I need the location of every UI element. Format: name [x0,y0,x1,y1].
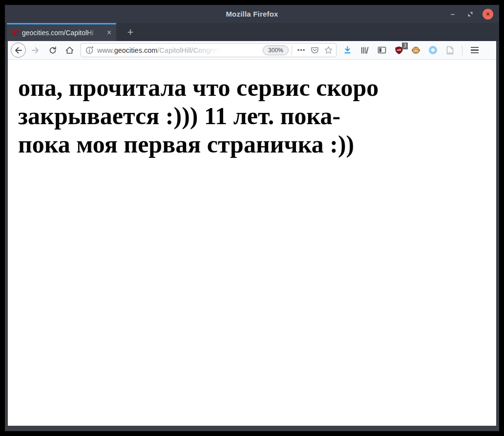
home-icon [65,46,74,54]
page-extension-button[interactable] [442,43,458,58]
back-circle [11,43,26,58]
tab-geocities[interactable]: Y! geocities.com/CapitolHi × [7,23,116,41]
page-text: опа, прочитала что сервис скоро закрывае… [8,60,496,158]
sidebar-icon [378,46,386,54]
forward-button[interactable] [27,43,43,58]
monkey-extension-button[interactable] [408,43,424,58]
yahoo-favicon-icon: Y! [12,29,19,36]
pocket-button[interactable] [308,43,321,58]
reload-button[interactable] [44,43,61,58]
page-content: опа, прочитала что сервис скоро закрывае… [8,60,496,426]
monkey-icon [411,46,420,55]
desktop-background: { "window": { "title": "Mozilla Firefox"… [0,0,504,436]
window-title: Mozilla Firefox [226,10,278,18]
page-actions-button[interactable]: ••• [295,43,308,58]
download-icon [343,46,352,54]
new-tab-button[interactable]: + [122,23,139,41]
bookmark-star-button[interactable] [321,43,335,58]
url-bar[interactable]: www.geocities.com/CapitolHill/Congress 3… [81,43,336,57]
site-info-icon[interactable] [85,46,94,54]
library-button[interactable] [357,43,373,58]
ublock-button[interactable]: uO 3 [391,43,407,58]
ublock-badge: 3 [402,43,408,49]
dots-icon: ••• [297,46,306,54]
close-button[interactable]: × [483,9,493,20]
url-text: www.geocities.com/CapitolHill/Congress [97,46,224,54]
tab-close-button[interactable]: × [105,28,113,38]
browser-chrome: www.geocities.com/CapitolHill/Congress 3… [5,41,499,431]
restore-button[interactable] [465,9,476,20]
url-domain: geocities.com [114,46,158,54]
zoom-indicator[interactable]: 300% [263,45,289,55]
back-arrow-icon [15,47,22,54]
url-path: /CapitolHill/Congress [157,46,223,54]
recorder-extension-button[interactable] [425,43,441,58]
toolbar-separator [462,45,462,55]
forward-arrow-icon [32,47,39,54]
minimize-button[interactable]: – [447,9,458,20]
library-icon [360,46,369,54]
url-www: www. [97,46,114,54]
document-icon [446,46,454,55]
pocket-icon [311,46,319,54]
tab-title: geocities.com/CapitolHi [22,29,102,37]
download-button[interactable] [339,43,356,58]
star-icon [324,46,333,54]
restore-icon [467,11,473,17]
navigation-toolbar: www.geocities.com/CapitolHill/Congress 3… [8,41,496,60]
firefox-window: Mozilla Firefox – × Y! geocities.com/Cap… [5,5,499,431]
blue-ring-icon [429,46,437,54]
window-controls: – × [447,5,493,23]
menu-button[interactable] [466,43,483,58]
back-button[interactable] [10,43,26,58]
minimize-icon: – [451,10,455,18]
window-titlebar[interactable]: Mozilla Firefox – × [5,5,499,23]
sidebar-button[interactable] [374,43,390,58]
hamburger-icon [471,47,479,54]
urlbar-separator [292,45,292,55]
svg-text:uO: uO [397,48,401,51]
tab-bar: Y! geocities.com/CapitolHi × + [5,23,499,41]
home-button[interactable] [62,43,78,58]
reload-icon [49,46,57,54]
close-icon: × [486,11,490,17]
